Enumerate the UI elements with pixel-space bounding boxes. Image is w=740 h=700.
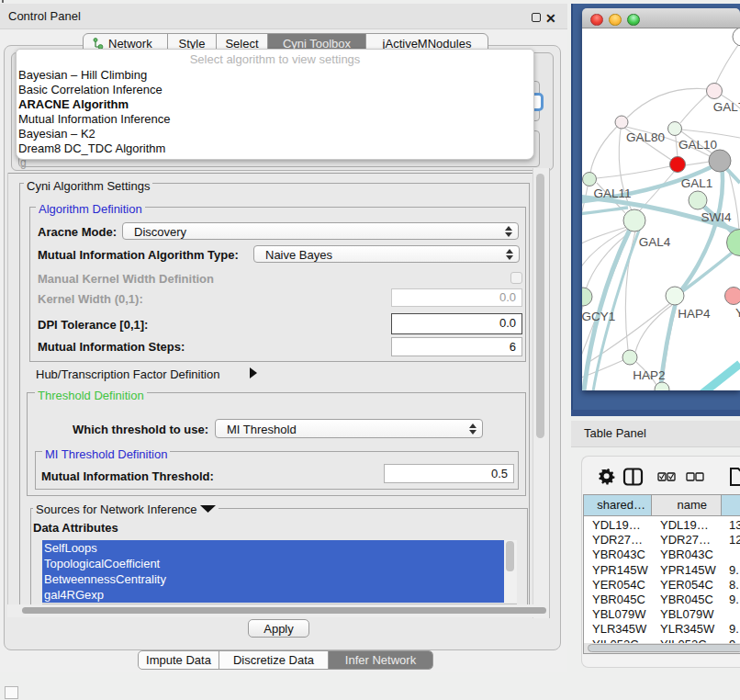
svg-text:GAL80: GAL80 <box>626 130 665 144</box>
svg-text:HAP2: HAP2 <box>633 368 665 382</box>
svg-text:GAL10: GAL10 <box>678 138 717 152</box>
svg-text:Y: Y <box>735 306 740 320</box>
svg-text:HAP4: HAP4 <box>678 307 711 321</box>
svg-text:GAL4: GAL4 <box>639 235 671 249</box>
svg-text:SWI4: SWI4 <box>701 210 731 224</box>
svg-text:GAL7: GAL7 <box>713 100 740 114</box>
svg-text:GAL11: GAL11 <box>593 186 631 200</box>
svg-text:GAL1: GAL1 <box>681 176 713 190</box>
svg-text:GCY1: GCY1 <box>582 310 615 323</box>
